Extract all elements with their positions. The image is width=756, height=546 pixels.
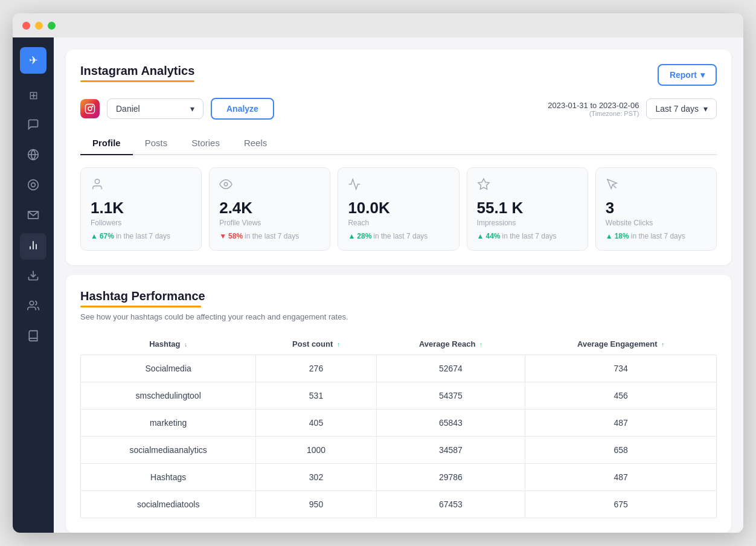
main-content: Instagram Analytics Report ▾ Daniel: [54, 37, 743, 533]
profile-views-change: ▼ 58% in the last 7 days: [219, 232, 320, 240]
card-title: Instagram Analytics: [80, 64, 194, 78]
sidebar-item-brand[interactable]: ✈: [20, 47, 46, 74]
sidebar-item-downloads[interactable]: [20, 263, 46, 290]
analyze-button[interactable]: Analyze: [211, 98, 274, 120]
svg-point-3: [31, 182, 36, 187]
followers-arrow-icon: ▲: [91, 232, 98, 240]
svg-marker-14: [478, 179, 489, 189]
cell-hashtag: socialmediaanalytics: [81, 437, 256, 464]
svg-rect-9: [86, 104, 95, 114]
analytics-icon: [27, 239, 39, 254]
reach-value: 10.0K: [348, 199, 449, 217]
sidebar-item-network[interactable]: [20, 143, 46, 169]
reach-change: ▲ 28% in the last 7 days: [348, 232, 449, 240]
campaigns-icon: [27, 209, 39, 224]
close-button[interactable]: [22, 22, 30, 30]
stat-website-clicks: 3 Website Clicks ▲ 18% in the last 7 day…: [595, 167, 717, 251]
minimize-button[interactable]: [35, 22, 43, 30]
col-post-count[interactable]: Post count ↑: [256, 333, 376, 355]
followers-value: 1.1K: [91, 199, 191, 217]
cell-hashtag: smschedulingtool: [81, 382, 256, 410]
account-selector[interactable]: Daniel ▾: [107, 98, 203, 119]
audience-icon: [27, 300, 39, 315]
hashtag-section-title: Hashtag Performance: [80, 289, 717, 303]
stats-grid: 1.1K Followers ▲ 67% in the last 7 days: [80, 167, 717, 251]
cell-avg_reach: 52674: [376, 355, 525, 382]
svg-point-11: [92, 106, 93, 107]
followers-icon: [91, 178, 191, 194]
stat-followers: 1.1K Followers ▲ 67% in the last 7 days: [80, 167, 202, 251]
reach-label: Reach: [348, 219, 449, 227]
downloads-icon: [27, 269, 39, 284]
cell-avg_reach: 67453: [376, 491, 525, 518]
stat-profile-views: 2.4K Profile Views ▼ 58% in the last 7 d…: [209, 167, 330, 251]
sidebar-item-campaigns[interactable]: [20, 203, 46, 230]
title-block: Instagram Analytics: [80, 64, 194, 82]
post-count-sort-icon: ↑: [337, 341, 340, 348]
avg-engagement-sort-icon: ↑: [661, 341, 664, 348]
cell-avg_engagement: 456: [525, 382, 717, 410]
title-underline: [80, 80, 194, 82]
cell-avg_engagement: 675: [525, 491, 717, 518]
maximize-button[interactable]: [48, 22, 56, 30]
tab-reels[interactable]: Reels: [232, 132, 279, 155]
period-chevron-icon: ▾: [703, 104, 708, 114]
impressions-value: 55.1 K: [477, 199, 578, 217]
report-chevron-icon: ▾: [700, 70, 705, 80]
tab-profile[interactable]: Profile: [80, 132, 133, 155]
timezone-text: (Timezone: PST): [548, 110, 639, 117]
support-icon: [27, 179, 39, 194]
cell-avg_engagement: 487: [525, 410, 717, 437]
cell-post_count: 1000: [256, 437, 376, 464]
table-header-row: Hashtag ↓ Post count ↑ Average Reach ↑: [81, 333, 717, 355]
profile-views-label: Profile Views: [219, 219, 320, 227]
stat-impressions: 55.1 K Impressions ▲ 44% in the last 7 d…: [467, 167, 588, 251]
sidebar-item-library[interactable]: [20, 324, 46, 350]
website-clicks-icon: [606, 178, 706, 194]
cell-post_count: 276: [256, 355, 376, 382]
followers-change: ▲ 67% in the last 7 days: [91, 232, 191, 240]
sidebar-item-messages[interactable]: [20, 112, 46, 139]
tab-posts[interactable]: Posts: [133, 132, 180, 155]
col-avg-engagement[interactable]: Average Engagement ↑: [525, 333, 717, 355]
card-header: Instagram Analytics Report ▾: [80, 64, 717, 86]
col-avg-reach[interactable]: Average Reach ↑: [376, 333, 525, 355]
website-clicks-value: 3: [606, 199, 706, 217]
sidebar-item-analytics[interactable]: [20, 233, 46, 260]
period-selector[interactable]: Last 7 days ▾: [646, 98, 717, 119]
report-button[interactable]: Report ▾: [658, 64, 717, 86]
brand-icon: ✈: [29, 54, 38, 67]
dashboard-icon: ⊞: [29, 89, 38, 102]
website-clicks-change: ▲ 18% in the last 7 days: [606, 232, 706, 240]
cell-avg_reach: 54375: [376, 382, 525, 410]
profile-views-arrow-icon: ▼: [219, 232, 226, 240]
cell-hashtag: socialmediatools: [81, 491, 256, 518]
cell-post_count: 302: [256, 464, 376, 491]
network-icon: [27, 149, 39, 164]
account-name: Daniel: [116, 104, 140, 114]
messages-icon: [27, 118, 39, 133]
svg-point-8: [30, 301, 34, 305]
avg-reach-sort-icon: ↑: [479, 341, 482, 348]
svg-point-10: [88, 107, 92, 111]
period-label: Last 7 days: [655, 104, 699, 114]
impressions-icon: [477, 178, 578, 194]
sidebar-item-audience[interactable]: [20, 294, 46, 320]
website-clicks-label: Website Clicks: [606, 219, 706, 227]
cell-avg_reach: 29786: [376, 464, 525, 491]
followers-label: Followers: [91, 219, 191, 227]
hashtag-sort-icon: ↓: [184, 341, 187, 348]
sidebar-item-dashboard[interactable]: ⊞: [20, 82, 46, 109]
table-row: smschedulingtool53154375456: [81, 382, 717, 410]
website-clicks-arrow-icon: ▲: [606, 232, 613, 240]
col-hashtag[interactable]: Hashtag ↓: [81, 333, 256, 355]
table-row: socialmediaanalytics100034587658: [81, 437, 717, 464]
instagram-icon: [80, 99, 100, 118]
date-range-text: 2023-01-31 to 2023-02-06: [548, 101, 639, 110]
cell-post_count: 531: [256, 382, 376, 410]
sidebar-item-support[interactable]: [20, 173, 46, 199]
app-body: ✈ ⊞: [13, 37, 743, 533]
tab-stories[interactable]: Stories: [179, 132, 232, 155]
table-row: socialmediatools95067453675: [81, 491, 717, 518]
impressions-change: ▲ 44% in the last 7 days: [477, 232, 578, 240]
